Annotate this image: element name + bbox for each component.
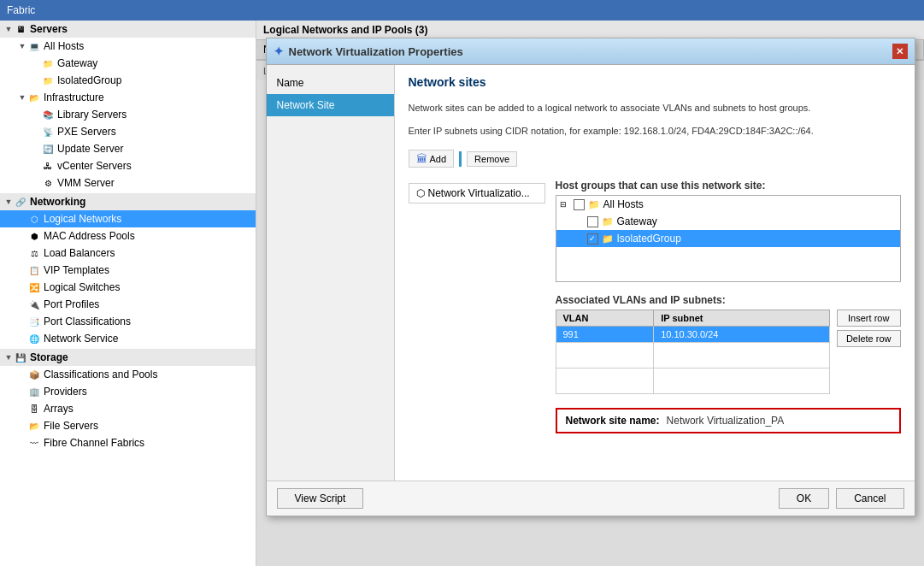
view-script-button[interactable]: View Script — [277, 488, 364, 509]
sidebar-item-libraryservers[interactable]: 📚 Library Servers — [0, 106, 256, 123]
hg-item-gateway[interactable]: 📁 Gateway — [556, 213, 900, 230]
vlan-cell-subnet: 10.10.30.0/24 — [654, 327, 830, 343]
remove-label: Remove — [474, 154, 509, 164]
insert-row-button[interactable]: Insert row — [837, 310, 901, 327]
hg-checkbox-allhosts[interactable] — [574, 199, 585, 210]
hg-icon-isolatedgroup: 📁 — [602, 233, 614, 245]
top-bar: Fabric — [0, 0, 924, 21]
dialog-nav-name[interactable]: Name — [267, 72, 394, 94]
delete-row-button[interactable]: Delete row — [837, 330, 901, 347]
sidebar-item-viptemplates[interactable]: 📋 VIP Templates — [0, 262, 256, 279]
table-row-empty — [556, 343, 829, 368]
vlan-col-vlan: VLAN — [556, 310, 654, 327]
dialog-overlay: ✦ Network Virtualization Properties ✕ Na… — [256, 21, 924, 566]
isolatedgroup-icon: 📁 — [41, 74, 55, 87]
sidebar-item-logicalnetworks[interactable]: ⬡ Logical Networks — [0, 210, 256, 227]
expand-allhosts-hg[interactable]: ⊟ — [560, 200, 570, 209]
sidebar-section-networking[interactable]: ▼ 🔗 Networking — [0, 193, 256, 210]
main-panel: Logical Networks and IP Pools (3) Name N… — [256, 21, 924, 566]
hg-item-allhosts[interactable]: ⊟ 📁 All Hosts — [556, 196, 900, 213]
dialog-title-text: Network Virtualization Properties — [289, 45, 463, 58]
app-container: Fabric ▼ 🖥 Servers ▼ 💻 All Hosts 📁 Gatew… — [0, 0, 924, 566]
vlan-section: Associated VLANs and IP subnets: VLAN — [556, 294, 901, 394]
networking-icon: 🔗 — [14, 195, 27, 209]
dialog-section-title: Network sites — [409, 75, 901, 89]
dialog-body: Name Network Site Network sites Network … — [267, 65, 915, 481]
dialog-titlebar: ✦ Network Virtualization Properties ✕ — [267, 38, 915, 65]
providers-icon: 🏢 — [27, 385, 41, 398]
fileservers-icon: 📂 — [27, 419, 41, 433]
dialog-nav-networksite[interactable]: Network Site — [267, 94, 394, 116]
sidebar-item-fibrechannel[interactable]: 〰 Fibre Channel Fabrics — [0, 434, 256, 451]
sidebar-item-portclassifications[interactable]: 📑 Port Classifications — [0, 313, 256, 330]
portclass-icon: 📑 — [27, 315, 41, 328]
hg-checkbox-gateway[interactable] — [587, 216, 598, 227]
add-icon: 🏛 — [416, 152, 427, 165]
hg-label-gateway: Gateway — [617, 215, 657, 227]
host-groups-section: Host groups that can use this network si… — [556, 180, 901, 282]
dialog-close-button[interactable]: ✕ — [892, 44, 908, 59]
expand-allhosts[interactable]: ▼ — [17, 42, 27, 50]
sidebar-item-infrastructure[interactable]: ▼ 📂 Infrastructure — [0, 89, 256, 106]
site-item-icon: ⬡ — [416, 187, 425, 199]
remove-button[interactable]: Remove — [467, 151, 517, 167]
hg-empty-space — [556, 247, 900, 281]
sidebar-item-macpools[interactable]: ⬢ MAC Address Pools — [0, 227, 256, 245]
sidebar-item-pxeservers[interactable]: 📡 PXE Servers — [0, 123, 256, 140]
infrastructure-icon: 📂 — [27, 91, 41, 104]
sidebar-section-servers[interactable]: ▼ 🖥 Servers — [0, 21, 256, 38]
sidebar-section-storage[interactable]: ▼ 💾 Storage — [0, 349, 256, 366]
fibre-icon: 〰 — [27, 436, 41, 450]
hg-item-isolatedgroup[interactable]: ✓ 📁 IsolatedGroup — [556, 230, 900, 247]
expand-infrastructure[interactable]: ▼ — [17, 93, 27, 102]
host-groups-tree: ⊟ 📁 All Hosts — [556, 195, 901, 282]
sidebar-item-gateway[interactable]: 📁 Gateway — [0, 55, 256, 72]
vlan-area: VLAN IP subnet 991 — [556, 310, 901, 394]
cancel-button[interactable]: Cancel — [836, 488, 903, 509]
vmm-icon: ⚙ — [41, 176, 55, 190]
dialog-toolbar: 🏛 Add Remove — [409, 150, 901, 168]
sidebar-item-loadbalancers[interactable]: ⚖ Load Balancers — [0, 245, 256, 262]
vcenter-icon: 🖧 — [41, 159, 55, 173]
storage-icon: 💾 — [14, 351, 27, 364]
dialog-nav: Name Network Site — [267, 65, 395, 481]
toolbar-separator — [459, 151, 462, 167]
expand-networking[interactable]: ▼ — [3, 198, 14, 206]
sidebar-item-updateserver[interactable]: 🔄 Update Server — [0, 140, 256, 157]
expand-storage[interactable]: ▼ — [3, 353, 14, 362]
host-groups-label: Host groups that can use this network si… — [556, 180, 901, 192]
add-button[interactable]: 🏛 Add — [409, 150, 455, 168]
sidebar-item-arrays[interactable]: 🗄 Arrays — [0, 400, 256, 417]
sidebar: ▼ 🖥 Servers ▼ 💻 All Hosts 📁 Gateway 📁 Is… — [0, 21, 256, 566]
sidebar-item-vcenterservers[interactable]: 🖧 vCenter Servers — [0, 157, 256, 174]
site-tree-item[interactable]: ⬡ Network Virtualizatio... — [409, 184, 544, 203]
sidebar-item-classifications[interactable]: 📦 Classifications and Pools — [0, 366, 256, 383]
lib-icon: 📚 — [41, 108, 55, 121]
dialog: ✦ Network Virtualization Properties ✕ Na… — [266, 38, 915, 516]
ok-button[interactable]: OK — [779, 488, 829, 509]
sidebar-item-fileservers[interactable]: 📂 File Servers — [0, 417, 256, 434]
hg-checkbox-isolatedgroup[interactable]: ✓ — [587, 233, 598, 245]
sidebar-item-portprofiles[interactable]: 🔌 Port Profiles — [0, 296, 256, 313]
netsvc-icon: 🌐 — [27, 332, 41, 345]
dialog-footer: View Script OK Cancel — [267, 481, 915, 516]
update-icon: 🔄 — [41, 142, 55, 156]
sidebar-item-isolatedgroup[interactable]: 📁 IsolatedGroup — [0, 72, 256, 89]
hg-icon-gateway: 📁 — [602, 216, 614, 227]
allhosts-icon: 💻 — [27, 39, 41, 53]
sidebar-item-networkservice[interactable]: 🌐 Network Service — [0, 330, 256, 347]
sidebar-item-logicalswitches[interactable]: 🔀 Logical Switches — [0, 279, 256, 296]
dialog-title-area: ✦ Network Virtualization Properties — [274, 44, 463, 58]
lognet-icon: ⬡ — [27, 212, 41, 226]
add-label: Add — [430, 154, 447, 164]
expand-servers[interactable]: ▼ — [3, 25, 14, 33]
mac-icon: ⬢ — [27, 229, 41, 243]
sidebar-item-allhosts[interactable]: ▼ 💻 All Hosts — [0, 38, 256, 55]
vlan-table: VLAN IP subnet 991 — [556, 310, 830, 394]
sidebar-item-vmmserver[interactable]: ⚙ VMM Server — [0, 174, 256, 192]
portprofiles-icon: 🔌 — [27, 298, 41, 311]
table-row[interactable]: 991 10.10.30.0/24 — [556, 327, 829, 343]
sitename-row: Network site name: Network Virtualizatio… — [556, 408, 901, 433]
sidebar-item-providers[interactable]: 🏢 Providers — [0, 383, 256, 400]
hg-label-isolatedgroup: IsolatedGroup — [617, 233, 681, 245]
